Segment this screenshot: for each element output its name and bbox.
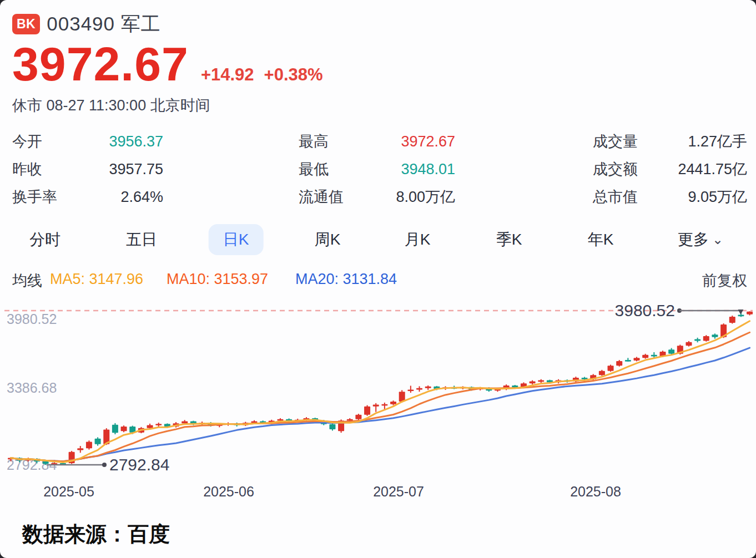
svg-text:3980.52: 3980.52 bbox=[7, 311, 57, 327]
tab-label: 日K bbox=[223, 229, 249, 250]
stat-value: 1.27亿手 bbox=[688, 131, 747, 151]
stat-label: 成交额 bbox=[593, 159, 638, 179]
stat-row: 换手率2.64% bbox=[12, 183, 163, 211]
stat-label: 流通值 bbox=[299, 187, 344, 207]
ma-title: 均线 bbox=[12, 271, 42, 291]
stat-row: 成交量1.27亿手 bbox=[593, 128, 747, 155]
security-code-name: 003490 军工 bbox=[47, 11, 161, 37]
change-percent: +0.38% bbox=[264, 65, 323, 85]
stat-label: 最低 bbox=[299, 159, 329, 179]
stat-value: 8.00万亿 bbox=[396, 187, 455, 207]
stat-label: 换手率 bbox=[12, 187, 57, 207]
tab-月K[interactable]: 月K bbox=[390, 224, 445, 255]
stat-row: 昨收3957.75 bbox=[12, 155, 163, 183]
period-tabs: 分时五日日K周K月K季K年K更多⌄ bbox=[0, 224, 756, 256]
x-tick-label: 2025-07 bbox=[373, 484, 424, 500]
tab-年K[interactable]: 年K bbox=[573, 224, 628, 255]
tab-周K[interactable]: 周K bbox=[300, 224, 355, 255]
svg-text:2792.84: 2792.84 bbox=[109, 455, 169, 474]
svg-text:3980.52: 3980.52 bbox=[615, 301, 675, 319]
current-price: 3972.67 bbox=[12, 37, 189, 92]
x-tick-label: 2025-08 bbox=[570, 484, 621, 500]
tab-五日[interactable]: 五日 bbox=[112, 224, 172, 255]
tab-label: 季K bbox=[496, 229, 522, 250]
stat-value: 3956.37 bbox=[109, 133, 163, 150]
price-change: +14.92 +0.38% bbox=[201, 65, 323, 85]
data-source-caption: 数据来源：百度 bbox=[22, 520, 170, 549]
stat-row: 今开3956.37 bbox=[12, 128, 163, 155]
stats-col-3: 成交量1.27亿手成交额2441.75亿总市值9.05万亿 bbox=[593, 128, 747, 211]
tab-more[interactable]: 更多⌄ bbox=[663, 224, 738, 255]
x-axis-labels: 2025-052025-062025-072025-08 bbox=[0, 484, 756, 503]
tab-日K[interactable]: 日K bbox=[209, 224, 264, 255]
stat-row: 成交额2441.75亿 bbox=[593, 155, 747, 183]
stat-value: 3957.75 bbox=[109, 161, 163, 178]
stock-quote-card: BK 003490 军工 3972.67 +14.92 +0.38% 休市 08… bbox=[0, 0, 756, 558]
stat-row: 最高3972.67 bbox=[299, 128, 455, 155]
tab-label: 更多 bbox=[678, 229, 709, 250]
stat-value: 3948.01 bbox=[401, 161, 455, 178]
stat-row: 流通值8.00万亿 bbox=[299, 183, 455, 211]
change-amount: +14.92 bbox=[201, 65, 254, 85]
tab-label: 周K bbox=[315, 229, 341, 250]
header: BK 003490 军工 bbox=[12, 11, 161, 37]
stat-row: 最低3948.01 bbox=[299, 155, 455, 183]
adjust-mode-button[interactable]: 前复权 bbox=[702, 271, 747, 291]
market-status: 休市 08-27 11:30:00 北京时间 bbox=[12, 95, 210, 115]
ma10-legend: MA10: 3153.97 bbox=[167, 271, 268, 288]
stat-label: 今开 bbox=[12, 131, 42, 151]
stats-col-2: 最高3972.67最低3948.01流通值8.00万亿 bbox=[299, 128, 455, 211]
x-tick-label: 2025-06 bbox=[203, 484, 254, 500]
price-row: 3972.67 +14.92 +0.38% bbox=[12, 37, 323, 92]
stat-value: 2441.75亿 bbox=[678, 159, 747, 179]
tab-label: 分时 bbox=[29, 229, 61, 250]
stat-row: 总市值9.05万亿 bbox=[593, 183, 747, 211]
stat-value: 3972.67 bbox=[401, 133, 455, 150]
tab-季K[interactable]: 季K bbox=[482, 224, 537, 255]
tab-分时[interactable]: 分时 bbox=[15, 224, 75, 255]
tab-label: 五日 bbox=[126, 229, 157, 250]
ma20-legend: MA20: 3131.84 bbox=[295, 271, 397, 288]
board-badge: BK bbox=[12, 14, 40, 34]
stat-label: 总市值 bbox=[593, 187, 638, 207]
stat-label: 最高 bbox=[299, 131, 329, 151]
stats-grid: 今开3956.37昨收3957.75换手率2.64% 最高3972.67最低39… bbox=[0, 128, 756, 211]
tab-label: 年K bbox=[588, 229, 614, 250]
stats-col-1: 今开3956.37昨收3957.75换手率2.64% bbox=[12, 128, 163, 211]
stat-value: 9.05万亿 bbox=[688, 187, 747, 207]
stat-label: 成交量 bbox=[593, 131, 638, 151]
kline-chart[interactable]: 3980.523386.682792.842792.843980.52 bbox=[0, 300, 756, 488]
x-tick-label: 2025-05 bbox=[43, 484, 94, 500]
ma5-legend: MA5: 3147.96 bbox=[50, 271, 143, 288]
tab-label: 月K bbox=[405, 229, 431, 250]
ma-legend-bar: 均线 MA5: 3147.96 MA10: 3153.97 MA20: 3131… bbox=[0, 271, 756, 288]
stat-label: 昨收 bbox=[12, 159, 42, 179]
svg-text:3386.68: 3386.68 bbox=[7, 380, 57, 395]
stat-value: 2.64% bbox=[120, 189, 163, 206]
